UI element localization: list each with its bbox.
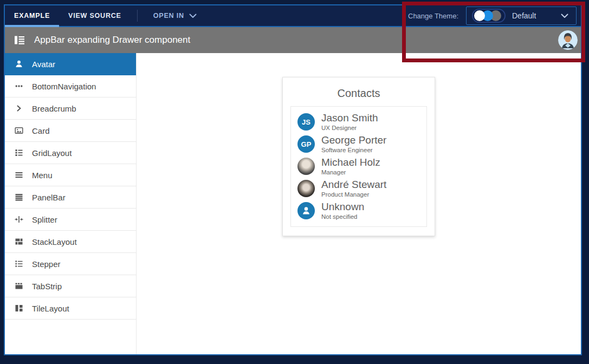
contact-role: Software Engineer xyxy=(321,146,386,154)
drawer-item-stepper[interactable]: Stepper xyxy=(5,253,136,275)
contact-role: Not specified xyxy=(321,213,364,221)
stack-layout-icon xyxy=(15,237,23,246)
content-area: Contacts JS Jason Smith UX Designer GP G… xyxy=(137,53,581,354)
drawer-item-card[interactable]: Card xyxy=(5,120,136,142)
grid-layout-icon xyxy=(15,148,23,157)
bottom-navigation-icon xyxy=(15,82,23,90)
drawer-item-label: Stepper xyxy=(32,259,61,269)
drawer-item-tabstrip[interactable]: TabStrip xyxy=(5,275,136,297)
drawer-nav: Avatar BottomNavigation Breadcrumb Card xyxy=(5,53,137,354)
chevron-down-icon xyxy=(189,14,197,18)
contact-text: George Porter Software Engineer xyxy=(321,134,386,154)
theme-select-dropdown[interactable]: Default xyxy=(466,6,577,25)
contact-photo-avatar xyxy=(297,158,315,175)
drawer-item-avatar[interactable]: Avatar xyxy=(5,53,136,75)
tab-example[interactable]: EXAMPLE xyxy=(5,5,59,26)
splitter-icon xyxy=(15,215,23,224)
tab-example-label: EXAMPLE xyxy=(14,12,50,20)
theme-dot-white xyxy=(474,10,485,21)
drawer-item-label: GridLayout xyxy=(32,148,72,158)
drawer-menu-icon xyxy=(14,35,25,45)
topbar-divider xyxy=(137,10,138,22)
drawer-item-splitter[interactable]: Splitter xyxy=(5,209,136,231)
contact-text: Michael Holz Manager xyxy=(321,157,380,177)
user-avatar[interactable] xyxy=(558,30,578,50)
contact-initials-avatar: GP xyxy=(297,135,315,153)
tab-view-source[interactable]: VIEW SOURCE xyxy=(59,5,131,26)
change-theme-label: Change Theme: xyxy=(408,12,458,20)
page-frame: EXAMPLE VIEW SOURCE OPEN IN Change Theme… xyxy=(4,4,582,355)
contact-row: André Stewart Product Manager xyxy=(297,178,420,200)
contact-photo-avatar xyxy=(297,180,315,197)
card-icon xyxy=(15,126,23,135)
tab-open-in-label: OPEN IN xyxy=(153,12,184,20)
avatar-icon xyxy=(15,60,23,68)
contacts-card: Contacts JS Jason Smith UX Designer GP G… xyxy=(282,77,435,236)
top-nav-bar: EXAMPLE VIEW SOURCE OPEN IN Change Theme… xyxy=(5,5,581,27)
drawer-item-bottomnavigation[interactable]: BottomNavigation xyxy=(5,75,136,98)
drawer-item-label: Breadcrumb xyxy=(32,104,76,113)
theme-toggle-switch[interactable] xyxy=(472,9,506,23)
drawer-item-label: PanelBar xyxy=(32,193,66,202)
contact-unknown-avatar xyxy=(297,202,315,219)
drawer-item-label: BottomNavigation xyxy=(32,82,96,91)
contact-text: Jason Smith UX Designer xyxy=(321,112,378,132)
drawer-item-gridlayout[interactable]: GridLayout xyxy=(5,142,136,164)
tab-strip-icon xyxy=(15,282,23,290)
drawer-item-label: Avatar xyxy=(32,60,55,69)
drawer-item-menu[interactable]: Menu xyxy=(5,164,136,186)
contact-name: Unknown xyxy=(321,201,364,213)
theme-select-value: Default xyxy=(512,11,554,20)
menu-icon xyxy=(15,171,23,179)
drawer-item-label: Menu xyxy=(32,171,53,180)
app-bar: AppBar expanding Drawer component xyxy=(5,27,581,53)
drawer-item-label: TabStrip xyxy=(32,282,62,291)
main-area: Avatar BottomNavigation Breadcrumb Card xyxy=(5,53,581,354)
tab-view-source-label: VIEW SOURCE xyxy=(68,12,121,20)
contact-name: George Porter xyxy=(321,134,386,146)
appbar-title: AppBar expanding Drawer component xyxy=(34,35,190,46)
drawer-item-label: Splitter xyxy=(32,215,57,224)
drawer-item-label: Card xyxy=(32,126,50,135)
contact-text: Unknown Not specified xyxy=(321,201,364,221)
contact-row: Michael Holz Manager xyxy=(297,155,420,178)
drawer-item-tilelayout[interactable]: TileLayout xyxy=(5,297,136,320)
tile-layout-icon xyxy=(15,304,23,313)
contact-role: UX Designer xyxy=(321,124,378,132)
panelbar-icon xyxy=(15,193,23,202)
drawer-item-breadcrumb[interactable]: Breadcrumb xyxy=(5,98,136,120)
drawer-item-stacklayout[interactable]: StackLayout xyxy=(5,231,136,253)
chevron-down-icon xyxy=(561,14,568,18)
contacts-card-title: Contacts xyxy=(290,84,427,106)
contact-name: Jason Smith xyxy=(321,112,378,124)
drawer-item-panelbar[interactable]: PanelBar xyxy=(5,186,136,209)
contact-role: Manager xyxy=(321,168,380,177)
contact-text: André Stewart Product Manager xyxy=(321,179,386,199)
contact-initials-avatar: JS xyxy=(297,113,315,131)
breadcrumb-icon xyxy=(15,104,23,113)
contact-row: Unknown Not specified xyxy=(297,200,420,222)
stepper-icon xyxy=(15,259,23,268)
drawer-item-label: StackLayout xyxy=(32,237,77,246)
contact-name: Michael Holz xyxy=(321,157,380,168)
contact-row: JS Jason Smith UX Designer xyxy=(297,111,420,133)
tab-open-in[interactable]: OPEN IN xyxy=(144,5,206,26)
contact-list: JS Jason Smith UX Designer GP George Por… xyxy=(290,106,427,227)
user-avatar-illustration-icon xyxy=(558,30,578,50)
person-icon xyxy=(301,206,311,216)
contact-name: André Stewart xyxy=(321,179,386,191)
contact-role: Product Manager xyxy=(321,191,386,199)
contact-row: GP George Porter Software Engineer xyxy=(297,133,420,155)
drawer-item-label: TileLayout xyxy=(32,304,69,313)
drawer-menu-button[interactable] xyxy=(12,33,27,47)
